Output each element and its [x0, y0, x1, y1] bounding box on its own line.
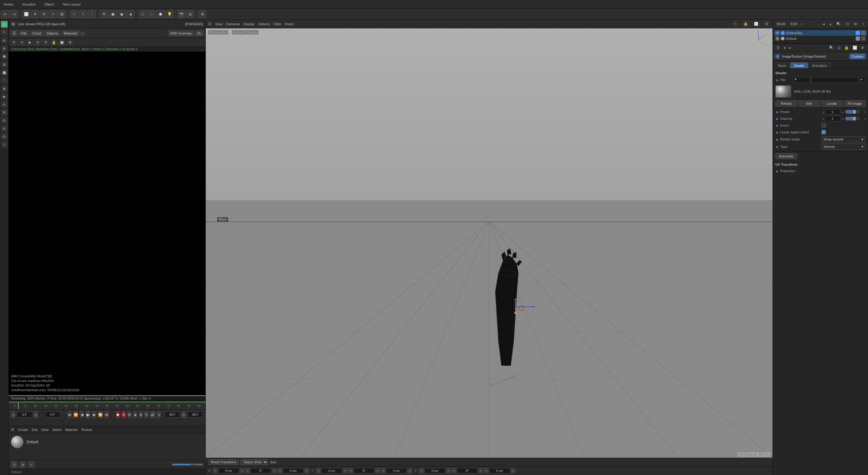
- sidebar-icon-uv[interactable]: ⊞: [1, 45, 8, 52]
- vp-fullscreen[interactable]: ⬜: [753, 21, 760, 27]
- prop-toolbar-toggle[interactable]: ☰: [775, 45, 781, 51]
- prop-border-dropdown[interactable]: Wrap around ▾: [822, 136, 866, 142]
- octane-menu-objects[interactable]: Objects: [44, 31, 60, 36]
- xyz-x-pos[interactable]: 0 cm: [218, 468, 239, 473]
- prop-gamma-dec[interactable]: ◂: [822, 117, 824, 121]
- sidebar-icon-constraint[interactable]: ⊟: [1, 133, 8, 140]
- xyz-z-scale[interactable]: 0 cm: [489, 468, 510, 473]
- vp-menu-filter[interactable]: Filter: [274, 22, 281, 26]
- prop-power-dec[interactable]: ◂: [822, 110, 824, 114]
- vp-menu-cameras[interactable]: Cameras: [226, 22, 240, 26]
- sidebar-icon-rigging[interactable]: ⊘: [1, 101, 8, 108]
- toolbar-rotate[interactable]: ↻: [40, 10, 48, 18]
- sidebar-icon-pose[interactable]: ♟: [1, 85, 8, 92]
- xyz-z-dec[interactable]: ◂: [419, 468, 424, 473]
- transform-mode-select[interactable]: Object (Rel): [241, 459, 268, 465]
- mat-menu-edit[interactable]: Edit: [32, 428, 38, 432]
- xyz-y-rot-dec[interactable]: ◂: [348, 468, 353, 473]
- edit-btn[interactable]: Edit: [798, 100, 819, 106]
- timeline-end-frame[interactable]: [164, 412, 180, 418]
- timeline-ruler[interactable]: 0 5 10 15 20 25 30 35 40 45 50 55 60 65 …: [9, 403, 206, 409]
- octane-menu-toggle[interactable]: ☰: [10, 30, 18, 36]
- outliner-mode[interactable]: Mode: [775, 21, 787, 27]
- mat-menu-texture[interactable]: Texture: [81, 428, 92, 432]
- oct-tool5[interactable]: ⚙: [42, 39, 49, 46]
- mat-view-detail[interactable]: ≡: [28, 462, 34, 468]
- top-menu-object[interactable]: Object: [42, 2, 56, 7]
- tab-shader[interactable]: Shader: [790, 63, 808, 68]
- xyz-x-rot-dec[interactable]: ◂: [245, 468, 249, 473]
- toolbar-render[interactable]: ◎: [186, 10, 194, 18]
- prop-gamma-inc[interactable]: ▸: [841, 117, 844, 121]
- outliner-filter[interactable]: ⊡: [845, 21, 850, 27]
- mat-menu-select[interactable]: Select: [52, 428, 62, 432]
- sidebar-icon-weight[interactable]: ◍: [1, 61, 8, 68]
- toolbar-camera[interactable]: 📷: [178, 10, 185, 18]
- toolbar-light[interactable]: 💡: [165, 10, 174, 18]
- xyz-z-rot[interactable]: 0°: [457, 468, 478, 473]
- outliner-settings[interactable]: ⚙: [852, 21, 859, 27]
- automatic-btn[interactable]: Automatic: [775, 153, 797, 159]
- tree-item-default[interactable]: D Default: [774, 36, 867, 41]
- xyz-z-scale-dec[interactable]: ◂: [484, 468, 488, 473]
- reset-transform-btn[interactable]: Reset Transform: [208, 459, 239, 465]
- tree-item-octanesky[interactable]: O OctaneSky: [774, 30, 867, 36]
- xyz-x-scale-inc[interactable]: ▸: [305, 468, 309, 473]
- xyz-y-rot[interactable]: 0°: [353, 468, 375, 473]
- vp-menu-view[interactable]: View: [215, 22, 222, 26]
- sidebar-icon-edit[interactable]: ✎: [1, 29, 8, 36]
- toolbar-x[interactable]: X: [70, 10, 78, 18]
- xyz-x-dec[interactable]: ◂: [213, 468, 217, 473]
- mat-menu-material[interactable]: Material: [65, 428, 77, 432]
- oct-tool3[interactable]: ▶: [27, 39, 33, 46]
- timeline-next-frame[interactable]: ▷: [34, 411, 38, 418]
- toolbar-move[interactable]: ✛: [31, 10, 39, 18]
- timeline-go-start[interactable]: ⏮: [67, 411, 71, 418]
- timeline-loop[interactable]: ↻: [145, 411, 149, 418]
- toolbar-select2[interactable]: ▣: [109, 10, 117, 18]
- oct-tool7[interactable]: ⬤: [59, 39, 65, 46]
- outliner-search[interactable]: 🔍: [835, 21, 842, 27]
- xyz-y-pos[interactable]: 0 cm: [321, 468, 342, 473]
- mat-menu-view[interactable]: View: [41, 428, 49, 432]
- fit-image-btn[interactable]: Fit Image: [844, 100, 866, 106]
- toolbar-undo[interactable]: ↩: [1, 10, 9, 18]
- toolbar-cube[interactable]: ⬡: [138, 10, 147, 18]
- timeline-prev-key[interactable]: ⏪: [73, 411, 78, 418]
- timeline-step-fwd[interactable]: ▶: [92, 411, 96, 418]
- xyz-y-inc[interactable]: ▸: [343, 468, 347, 473]
- outliner-nav-back[interactable]: ◂: [822, 21, 826, 27]
- sidebar-icon-anim[interactable]: ▶: [1, 93, 8, 100]
- timeline-start-frame[interactable]: [45, 412, 60, 418]
- sidebar-icon-object[interactable]: ⬡: [1, 21, 8, 28]
- timeline-end-frame-inc[interactable]: ▷: [182, 411, 186, 418]
- timeline-go-end[interactable]: ⏭: [105, 411, 109, 418]
- toolbar-select[interactable]: ⬜: [22, 10, 30, 18]
- timeline-next-key[interactable]: ⏩: [98, 411, 103, 418]
- prop-fullscreen[interactable]: ⬜: [851, 45, 859, 51]
- prop-toolbar-fwd[interactable]: ▸: [788, 45, 792, 51]
- timeline-autokey[interactable]: A: [122, 411, 126, 418]
- sidebar-icon-text[interactable]: A: [1, 117, 8, 124]
- prop-gamma-input[interactable]: 1.: [825, 116, 841, 121]
- timeline-sound[interactable]: 🔊: [150, 411, 155, 418]
- toolbar-move2[interactable]: ⟲: [100, 10, 108, 18]
- toolbar-y[interactable]: Y: [79, 10, 87, 18]
- toolbar-transform[interactable]: ⊞: [58, 10, 66, 18]
- octane-menu-file[interactable]: File: [19, 31, 29, 36]
- timeline-extra[interactable]: ≡: [157, 411, 161, 418]
- prop-search[interactable]: 🔍: [828, 45, 835, 51]
- toolbar-select3[interactable]: ◉: [118, 10, 126, 18]
- prop-toolbar-back[interactable]: ◂: [782, 45, 787, 51]
- xyz-x-rot[interactable]: 0°: [250, 468, 271, 473]
- oct-tool4[interactable]: R: [34, 39, 41, 46]
- prop-power-input[interactable]: 1.: [825, 109, 841, 115]
- sidebar-icon-snap[interactable]: ⊛: [1, 125, 8, 132]
- vp-move-cursor[interactable]: ⊹: [732, 21, 739, 27]
- timeline-marker[interactable]: ◈: [133, 411, 137, 418]
- vp-camera-lock[interactable]: 🔒: [742, 21, 749, 27]
- octane-menu-materials[interactable]: Materials: [62, 31, 80, 36]
- sidebar-icon-sculpt[interactable]: ⊕: [1, 37, 8, 44]
- xyz-x-scale-dec[interactable]: ◂: [278, 468, 282, 473]
- oct-tool8[interactable]: ⊞: [66, 39, 73, 46]
